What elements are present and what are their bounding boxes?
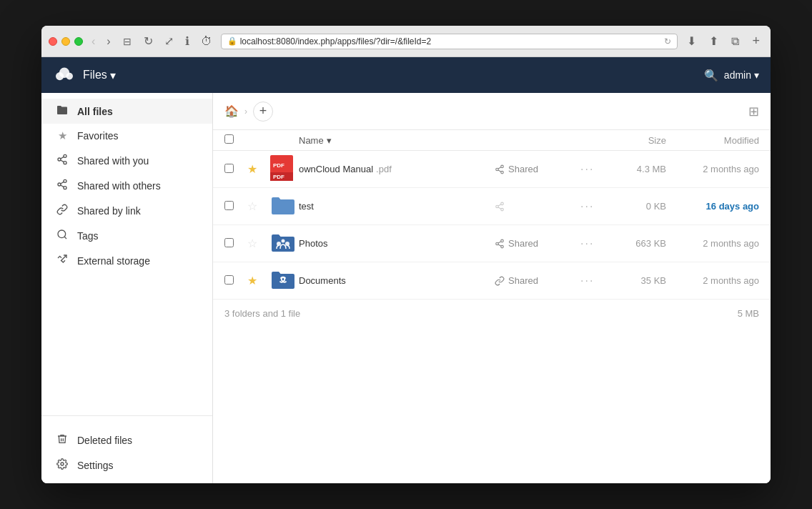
more-actions[interactable]: ··· <box>580 275 609 287</box>
file-icon-wrap: PDF PDF <box>270 155 299 183</box>
row-checkbox-wrap[interactable] <box>224 275 247 287</box>
sidebar: All files ★ Favorites <box>41 93 213 483</box>
svg-point-32 <box>282 239 285 243</box>
sidebar-item-all-files[interactable]: All files <box>41 99 212 124</box>
fullscreen-button[interactable]: ⤢ <box>162 33 177 49</box>
star-toggle[interactable]: ☆ <box>247 199 270 213</box>
select-all-checkbox[interactable] <box>224 134 247 146</box>
name-col-header[interactable]: Name ▾ <box>299 135 495 146</box>
file-size: 4.3 MB <box>609 164 666 174</box>
table-row[interactable]: ☆ Photos <box>213 225 771 262</box>
reload-icon[interactable]: ↻ <box>664 36 671 46</box>
refresh-circle-button[interactable]: ↻ <box>141 33 156 49</box>
file-name[interactable]: Photos <box>299 238 495 249</box>
row-checkbox-wrap[interactable] <box>224 201 247 212</box>
minimize-button[interactable] <box>61 37 70 46</box>
share-browser-button[interactable]: ⬆ <box>705 33 722 49</box>
table-row[interactable]: ☆ test <box>213 188 771 225</box>
size-col-header[interactable]: Size <box>609 135 666 146</box>
sidebar-item-label: Shared by link <box>77 205 141 217</box>
user-label: admin <box>724 69 751 81</box>
tab-overview-button[interactable]: ⧉ <box>728 34 743 49</box>
trash-icon <box>56 433 69 447</box>
download-button[interactable]: ⬇ <box>683 33 700 49</box>
svg-point-33 <box>501 239 504 242</box>
svg-point-9 <box>58 183 61 186</box>
row-checkbox[interactable] <box>224 238 234 247</box>
more-actions[interactable]: ··· <box>580 237 609 250</box>
row-checkbox[interactable] <box>224 275 234 285</box>
file-name[interactable]: ownCloud Manual.pdf <box>299 164 495 174</box>
svg-line-36 <box>498 244 501 245</box>
share-status[interactable]: Shared <box>495 164 580 174</box>
row-checkbox-wrap[interactable] <box>224 164 247 175</box>
svg-point-4 <box>58 158 61 161</box>
close-button[interactable] <box>49 37 57 46</box>
more-button[interactable]: ··· <box>580 200 594 213</box>
svg-point-5 <box>64 162 66 164</box>
search-button[interactable]: 🔍 <box>698 66 724 85</box>
svg-line-37 <box>498 241 501 242</box>
files-menu-button[interactable]: Files ▾ <box>83 69 116 82</box>
sidebar-item-deleted-files[interactable]: Deleted files <box>41 428 212 453</box>
user-menu-button[interactable]: admin ▾ <box>724 69 759 81</box>
file-modified: 2 months ago <box>666 275 759 286</box>
table-row[interactable]: ★ Documents <box>213 262 771 300</box>
file-area: 🏠 › + ⊞ Name ▾ <box>213 93 771 483</box>
sidebar-toggle-button[interactable]: ⊟ <box>119 34 135 49</box>
checkbox-all[interactable] <box>224 134 234 144</box>
star-toggle[interactable]: ☆ <box>247 237 270 250</box>
table-row[interactable]: ★ PDF PDF ownCloud Manual.pdf <box>213 151 771 188</box>
forward-button[interactable]: › <box>104 34 113 49</box>
new-file-button[interactable]: + <box>253 102 273 122</box>
sidebar-item-shared-with-you[interactable]: Shared with you <box>41 148 212 173</box>
sidebar-item-external-storage[interactable]: External storage <box>41 248 212 273</box>
sidebar-item-tags[interactable]: Tags <box>41 223 212 248</box>
share-status[interactable]: Shared <box>495 275 580 286</box>
sidebar-item-label: External storage <box>77 255 150 267</box>
sidebar-item-settings[interactable]: Settings <box>41 453 212 478</box>
back-button[interactable]: ‹ <box>89 34 98 49</box>
more-actions[interactable]: ··· <box>580 163 609 176</box>
star-toggle[interactable]: ★ <box>247 162 270 176</box>
sidebar-item-label: Favorites <box>77 130 119 142</box>
add-tab-button[interactable]: + <box>748 34 763 49</box>
breadcrumb-separator: › <box>244 107 247 117</box>
star-icon: ★ <box>56 129 69 142</box>
svg-text:PDF: PDF <box>273 174 284 180</box>
file-name[interactable]: Documents <box>299 275 495 286</box>
modified-col-header[interactable]: Modified <box>666 135 759 146</box>
more-button[interactable]: ··· <box>580 237 594 250</box>
file-size: 663 KB <box>609 238 666 249</box>
maximize-button[interactable] <box>74 37 83 46</box>
row-checkbox-wrap[interactable] <box>224 238 247 249</box>
share-status[interactable] <box>495 202 580 212</box>
folder-icon <box>270 194 296 216</box>
owncloud-logo <box>53 64 76 87</box>
more-button[interactable]: ··· <box>580 163 594 176</box>
sidebar-item-favorites[interactable]: ★ Favorites <box>41 124 212 148</box>
more-button[interactable]: ··· <box>580 275 594 287</box>
sidebar-item-label: Deleted files <box>77 435 132 446</box>
share-status[interactable]: Shared <box>495 238 580 249</box>
more-actions[interactable]: ··· <box>580 200 609 213</box>
star-toggle[interactable]: ★ <box>247 274 270 287</box>
share-empty-icon <box>495 202 505 212</box>
address-bar[interactable]: 🔒 localhost:8080/index.php/apps/files/?d… <box>221 34 678 49</box>
sidebar-nav: All files ★ Favorites <box>41 93 212 410</box>
app-title-caret: ▾ <box>110 69 116 82</box>
breadcrumb-home[interactable]: 🏠 <box>224 104 239 118</box>
row-checkbox[interactable] <box>224 201 234 210</box>
sidebar-item-shared-by-link[interactable]: Shared by link <box>41 198 212 223</box>
sidebar-item-label: Settings <box>77 460 114 471</box>
view-toggle-button[interactable]: ⊞ <box>748 104 759 119</box>
history-button[interactable]: ⏱ <box>198 34 215 49</box>
file-icon-wrap <box>270 194 299 218</box>
sidebar-divider <box>41 415 212 416</box>
info-button[interactable]: ℹ <box>182 33 192 49</box>
file-name[interactable]: test <box>299 201 495 212</box>
sidebar-item-shared-with-others[interactable]: Shared with others <box>41 173 212 198</box>
row-checkbox[interactable] <box>224 164 234 173</box>
share-others-icon <box>56 179 69 192</box>
user-caret: ▾ <box>754 69 759 81</box>
